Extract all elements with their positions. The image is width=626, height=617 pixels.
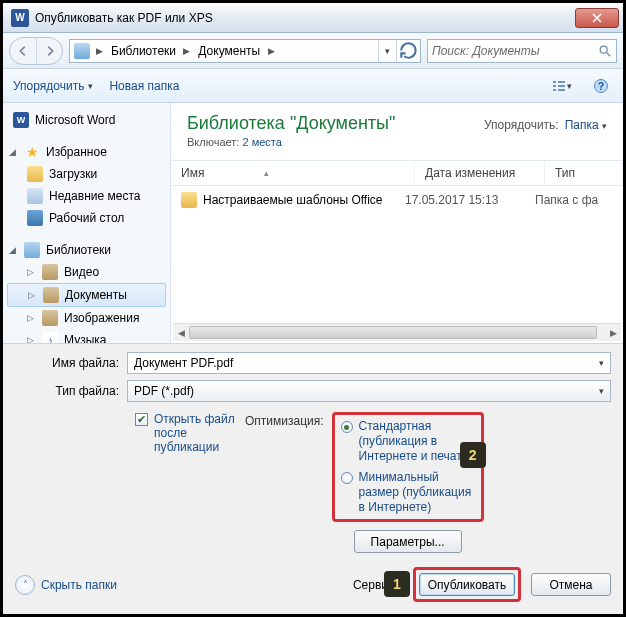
refresh-icon bbox=[397, 39, 420, 62]
column-headers: Имя▴ Дата изменения Тип bbox=[171, 160, 623, 186]
forward-button[interactable] bbox=[36, 38, 62, 64]
titlebar: W Опубликовать как PDF или XPS bbox=[3, 3, 623, 33]
dialog-title: Опубликовать как PDF или XPS bbox=[35, 11, 575, 25]
sidebar-group-libraries[interactable]: ◢Библиотеки bbox=[3, 239, 170, 261]
filename-input[interactable]: Документ PDF.pdf▾ bbox=[127, 352, 611, 374]
svg-text:?: ? bbox=[598, 81, 604, 92]
sidebar-item-documents[interactable]: ▷Документы bbox=[7, 283, 166, 307]
help-icon: ? bbox=[593, 78, 609, 94]
arrange-dropdown[interactable]: Папка ▾ bbox=[565, 118, 607, 132]
collapse-icon: ▷ bbox=[27, 335, 36, 343]
breadcrumb-seg[interactable]: Документы ▶ bbox=[194, 40, 278, 62]
includes-link[interactable]: 2 места bbox=[242, 136, 281, 148]
documents-icon bbox=[43, 287, 59, 303]
save-dialog: W Опубликовать как PDF или XPS ▶ Библиот… bbox=[0, 0, 626, 617]
chevron-right-icon: ▶ bbox=[268, 46, 275, 56]
radio-standard[interactable]: Стандартная (публикация в Интернете и пе… bbox=[341, 419, 475, 464]
nav-back-forward bbox=[9, 37, 63, 65]
filename-field: Имя файла: Документ PDF.pdf▾ bbox=[15, 352, 611, 374]
sidebar-item-downloads[interactable]: Загрузки bbox=[3, 163, 170, 185]
cancel-button[interactable]: Отмена bbox=[531, 573, 611, 596]
sidebar-item-video[interactable]: ▷Видео bbox=[3, 261, 170, 283]
optimize-label: Оптимизация: bbox=[245, 412, 324, 553]
sort-asc-icon: ▴ bbox=[264, 168, 269, 178]
star-icon: ★ bbox=[24, 144, 40, 160]
sidebar-item-images[interactable]: ▷Изображения bbox=[3, 307, 170, 329]
chevron-right-icon: ▶ bbox=[96, 46, 103, 56]
address-history-dropdown[interactable]: ▾ bbox=[378, 40, 396, 62]
downloads-icon bbox=[27, 166, 43, 182]
sidebar-item-recent[interactable]: Недавние места bbox=[3, 185, 170, 207]
dialog-footer: ˄ Скрыть папки Сервис ▾ 1 Опубликовать О… bbox=[15, 567, 611, 602]
library-title: Библиотека "Документы" bbox=[187, 113, 395, 134]
breadcrumb-seg[interactable]: Библиотеки ▶ bbox=[107, 40, 194, 62]
close-icon bbox=[592, 13, 602, 23]
column-type[interactable]: Тип bbox=[545, 161, 623, 185]
recent-icon bbox=[27, 188, 43, 204]
filetype-select[interactable]: PDF (*.pdf)▾ bbox=[127, 380, 611, 402]
desktop-icon bbox=[27, 210, 43, 226]
annotation-badge-1: 1 bbox=[384, 571, 410, 597]
sidebar-item-desktop[interactable]: Рабочий стол bbox=[3, 207, 170, 229]
address-bar[interactable]: ▶ Библиотеки ▶ Документы ▶ ▾ bbox=[69, 39, 421, 63]
chevron-right-icon: ▶ bbox=[183, 46, 190, 56]
filetype-field: Тип файла: PDF (*.pdf)▾ bbox=[15, 380, 611, 402]
chevron-down-icon: ▾ bbox=[88, 81, 93, 91]
sidebar-item-word[interactable]: WMicrosoft Word bbox=[3, 109, 170, 131]
chevron-down-icon: ▾ bbox=[599, 386, 604, 396]
library-icon bbox=[74, 43, 90, 59]
arrange-by: Упорядочить: Папка ▾ bbox=[484, 118, 607, 132]
filetype-label: Тип файла: bbox=[15, 384, 127, 398]
list-item[interactable]: Настраиваемые шаблоны Office 17.05.2017 … bbox=[171, 186, 623, 214]
close-button[interactable] bbox=[575, 8, 619, 28]
checkbox-checked-icon: ✔ bbox=[135, 413, 148, 426]
help-button[interactable]: ? bbox=[589, 74, 613, 98]
horizontal-scrollbar[interactable]: ◀ ▶ bbox=[173, 323, 621, 341]
column-name[interactable]: Имя▴ bbox=[171, 161, 415, 185]
scrollbar-thumb[interactable] bbox=[189, 326, 597, 339]
chevron-up-icon: ˄ bbox=[15, 575, 35, 595]
music-icon: ♪ bbox=[42, 332, 58, 343]
sidebar-group-favorites[interactable]: ◢★Избранное bbox=[3, 141, 170, 163]
word-icon: W bbox=[13, 112, 29, 128]
parameters-button[interactable]: Параметры... bbox=[354, 530, 462, 553]
navigation-row: ▶ Библиотеки ▶ Документы ▶ ▾ Поиск: Доку… bbox=[3, 33, 623, 69]
collapse-icon: ▷ bbox=[27, 313, 36, 323]
open-after-checkbox[interactable]: ✔ Открыть файл после публикации bbox=[135, 412, 245, 454]
search-input[interactable]: Поиск: Документы bbox=[427, 39, 617, 63]
chevron-down-icon: ▾ bbox=[602, 121, 607, 131]
dialog-bottom-panel: Имя файла: Документ PDF.pdf▾ Тип файла: … bbox=[3, 343, 623, 614]
column-date[interactable]: Дата изменения bbox=[415, 161, 545, 185]
images-icon bbox=[42, 310, 58, 326]
hide-folders-button[interactable]: ˄ Скрыть папки bbox=[15, 575, 117, 595]
radio-checked-icon bbox=[341, 421, 353, 433]
view-list-icon bbox=[551, 78, 567, 94]
toolbar: Упорядочить ▾ Новая папка ▾ ? bbox=[3, 69, 623, 103]
folder-icon bbox=[181, 192, 197, 208]
new-folder-button[interactable]: Новая папка bbox=[109, 79, 179, 93]
publish-highlight: 1 Опубликовать bbox=[413, 567, 521, 602]
organize-button[interactable]: Упорядочить ▾ bbox=[13, 79, 93, 93]
back-button[interactable] bbox=[10, 38, 36, 64]
sidebar-item-music[interactable]: ▷♪Музыка bbox=[3, 329, 170, 343]
refresh-button[interactable] bbox=[396, 40, 420, 62]
file-list: Настраиваемые шаблоны Office 17.05.2017 … bbox=[171, 186, 623, 323]
annotation-badge-2: 2 bbox=[460, 442, 486, 468]
chevron-down-icon: ▾ bbox=[599, 358, 604, 368]
chevron-down-icon: ▾ bbox=[567, 81, 572, 91]
word-app-icon: W bbox=[11, 9, 29, 27]
video-icon bbox=[42, 264, 58, 280]
file-list-panel: Библиотека "Документы" Включает: 2 места… bbox=[171, 103, 623, 343]
expand-icon: ◢ bbox=[9, 147, 18, 157]
chevron-down-icon: ▾ bbox=[385, 46, 390, 56]
arrow-left-icon bbox=[16, 44, 30, 58]
view-options-button[interactable]: ▾ bbox=[549, 74, 573, 98]
search-placeholder: Поиск: Документы bbox=[432, 44, 598, 58]
arrow-right-icon bbox=[43, 44, 57, 58]
radio-minimal[interactable]: Минимальный размер (публикация в Интерне… bbox=[341, 470, 475, 515]
publish-button[interactable]: Опубликовать bbox=[419, 573, 515, 596]
filename-label: Имя файла: bbox=[15, 356, 127, 370]
main-area: WMicrosoft Word ◢★Избранное Загрузки Нед… bbox=[3, 103, 623, 343]
collapse-icon: ▷ bbox=[28, 290, 37, 300]
expand-icon: ◢ bbox=[9, 245, 18, 255]
